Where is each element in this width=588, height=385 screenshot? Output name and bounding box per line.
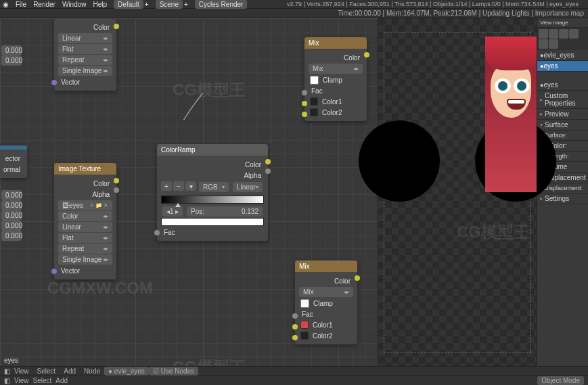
- socket-color[interactable]: [114, 24, 119, 29]
- num-field[interactable]: 0.000: [1, 231, 22, 241]
- node-header[interactable]: Mix: [304, 37, 367, 49]
- node-partial-left[interactable]: ector ormal: [0, 145, 27, 178]
- menu-node[interactable]: Node: [84, 367, 100, 375]
- socket-color[interactable]: [265, 159, 271, 164]
- ramp-handle[interactable]: [175, 203, 181, 207]
- material-dropdown[interactable]: ● evie_eyes: [104, 367, 149, 376]
- socket-vector[interactable]: [51, 80, 57, 85]
- menu-file[interactable]: File: [16, 1, 26, 8]
- num-field[interactable]: 0.000: [1, 200, 22, 210]
- socket-fac[interactable]: [302, 90, 307, 95]
- socket-color1[interactable]: [292, 324, 298, 330]
- color-swatch[interactable]: [310, 97, 318, 106]
- add-stop-button[interactable]: +: [161, 181, 172, 191]
- layout-dropdown[interactable]: Default: [114, 0, 143, 9]
- use-nodes-toggle[interactable]: ☑ Use Nodes: [149, 367, 198, 376]
- stop-index[interactable]: ◂1▸: [162, 206, 183, 217]
- section-custom-props[interactable]: ▸Custom Properties: [537, 91, 588, 109]
- add-scene-icon[interactable]: +: [184, 1, 188, 8]
- node-tex-top[interactable]: Color Linear◂▸ Flat◂▸ Repeat◂▸ Single Im…: [54, 18, 116, 91]
- dropdown[interactable]: Flat◂▸: [58, 44, 112, 54]
- editor-type-icon[interactable]: ◧: [4, 377, 10, 384]
- node-header[interactable]: Image Texture: [54, 163, 116, 175]
- menu-select[interactable]: Select: [33, 377, 52, 384]
- flip-icon[interactable]: ▾: [185, 181, 196, 191]
- node-colorramp[interactable]: ColorRamp Color Alpha + − ▾ RGB▾ Linear▾…: [157, 144, 268, 241]
- dropdown[interactable]: Single Image◂▸: [58, 66, 112, 76]
- color-swatch[interactable]: [300, 332, 309, 340]
- engine-dropdown[interactable]: Cycles Render: [195, 0, 248, 9]
- colorramp-gradient[interactable]: [161, 196, 264, 204]
- menu-view[interactable]: View: [14, 367, 29, 375]
- socket-fac[interactable]: [292, 313, 298, 319]
- menu-select[interactable]: Select: [37, 367, 56, 375]
- dropdown[interactable]: Color◂▸: [58, 211, 112, 221]
- remove-stop-button[interactable]: −: [173, 181, 184, 191]
- num-field[interactable]: 0.000: [1, 55, 22, 66]
- top-menubar: ◉ File Render Window Help Default + Scen…: [0, 0, 588, 9]
- tab-icon[interactable]: [549, 39, 558, 49]
- clamp-checkbox[interactable]: [310, 76, 319, 85]
- material-datablock[interactable]: ● eyes: [537, 80, 588, 91]
- socket-alpha[interactable]: [265, 168, 271, 174]
- section-surface[interactable]: ▾Surface: [537, 120, 588, 131]
- tab-icon[interactable]: [559, 29, 568, 39]
- tab-icon[interactable]: [549, 29, 558, 39]
- menu-window[interactable]: Window: [62, 1, 87, 8]
- color-swatch[interactable]: [161, 218, 264, 226]
- num-field[interactable]: 0.000: [1, 45, 22, 55]
- tab-icon[interactable]: [539, 29, 548, 39]
- socket-alpha[interactable]: [114, 187, 119, 193]
- socket-color[interactable]: [355, 275, 360, 281]
- mode-dropdown[interactable]: Object Mode: [537, 376, 584, 385]
- interp-dropdown[interactable]: RGB▾: [199, 182, 229, 192]
- position-field[interactable]: Pos:0.132: [187, 206, 263, 217]
- clamp-checkbox[interactable]: [300, 299, 309, 308]
- socket-vector[interactable]: [51, 269, 57, 274]
- node-header[interactable]: Mix: [295, 261, 357, 272]
- tab-icon[interactable]: [539, 39, 548, 49]
- socket-color2[interactable]: [292, 335, 298, 340]
- material-slot-active[interactable]: ● eyes: [537, 61, 588, 72]
- menu-add[interactable]: Add: [55, 377, 68, 384]
- color-swatch[interactable]: [310, 108, 318, 116]
- socket-color[interactable]: [364, 52, 369, 58]
- node-image-texture[interactable]: Image Texture Color Alpha 🖼eyesF 📁 ✕ Col…: [54, 163, 116, 279]
- socket-color[interactable]: [114, 178, 119, 183]
- num-field[interactable]: 0.000: [1, 210, 22, 221]
- dropdown[interactable]: Repeat◂▸: [58, 244, 112, 254]
- material-name[interactable]: ● evie_eyes: [537, 50, 588, 61]
- node-mix-b[interactable]: Mix Color Mix◂▸ Clamp Fac Color1 Color2: [295, 261, 357, 344]
- dropdown[interactable]: Single Image◂▸: [58, 254, 112, 265]
- section-settings[interactable]: ▸Settings: [537, 194, 588, 204]
- dropdown[interactable]: Repeat◂▸: [58, 55, 112, 65]
- menu-render[interactable]: Render: [33, 1, 55, 8]
- socket-fac[interactable]: [154, 230, 160, 235]
- scene-dropdown[interactable]: Scene: [156, 0, 183, 9]
- node-mix-a[interactable]: Mix Color Mix◂▸ Clamp Fac Color1 Color2: [304, 37, 367, 121]
- image-selector[interactable]: 🖼eyesF 📁 ✕: [58, 200, 112, 210]
- tab-icon[interactable]: [569, 29, 579, 39]
- interp-dropdown[interactable]: Linear▾: [233, 182, 263, 192]
- menu-view[interactable]: View: [14, 377, 29, 384]
- section-preview[interactable]: ▸Preview: [537, 109, 588, 120]
- menu-add[interactable]: Add: [64, 367, 76, 375]
- dropdown[interactable]: Linear◂▸: [58, 33, 112, 43]
- editor-type-icon[interactable]: ◧: [4, 367, 10, 375]
- socket-label: Vector: [61, 267, 80, 275]
- blend-dropdown[interactable]: Mix◂▸: [299, 287, 353, 297]
- dropdown[interactable]: Linear◂▸: [58, 222, 112, 232]
- node-header[interactable]: ColorRamp: [157, 144, 268, 156]
- blender-icon[interactable]: ◉: [3, 1, 9, 8]
- num-field[interactable]: 0.000: [1, 221, 22, 231]
- color-swatch[interactable]: [300, 321, 309, 329]
- socket-color2[interactable]: [302, 112, 307, 117]
- node-editor[interactable]: ector ormal 0.000 0.000 0.000 0.000 0.00…: [0, 18, 378, 367]
- socket-label: Color1: [322, 98, 342, 106]
- blend-dropdown[interactable]: Mix◂▸: [309, 64, 363, 74]
- add-layout-icon[interactable]: +: [145, 1, 149, 8]
- dropdown[interactable]: Flat◂▸: [58, 233, 112, 243]
- menu-help[interactable]: Help: [93, 1, 108, 8]
- num-field[interactable]: 0.000: [1, 190, 22, 200]
- socket-color1[interactable]: [302, 101, 307, 106]
